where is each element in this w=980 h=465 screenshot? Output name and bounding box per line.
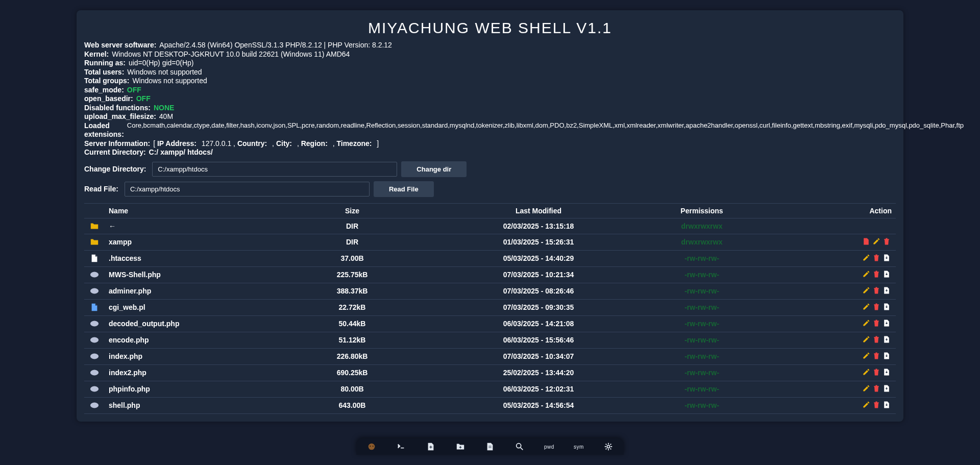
total-users-value: Windows not supported: [127, 68, 202, 77]
change-dir-label: Change Directory:: [84, 165, 146, 173]
file-name[interactable]: MWS-Shell.php: [105, 266, 263, 283]
rename-icon[interactable]: [862, 237, 871, 246]
delete-icon[interactable]: [872, 303, 881, 311]
total-groups-label: Total groups:: [84, 77, 129, 86]
delete-icon[interactable]: [872, 286, 881, 295]
file-name[interactable]: .htaccess: [105, 250, 263, 266]
table-row[interactable]: shell.php643.00B05/03/2025 - 14:56:54-rw…: [84, 397, 896, 413]
edit-icon[interactable]: [862, 303, 871, 311]
download-icon[interactable]: [883, 352, 892, 360]
file-name[interactable]: adminer.php: [105, 283, 263, 299]
edit-icon[interactable]: [872, 237, 881, 246]
total-users-label: Total users:: [84, 68, 124, 77]
file-perms: drwxrwxrwx: [635, 234, 768, 250]
file-name[interactable]: encode.php: [105, 332, 263, 348]
file-name[interactable]: index.php: [105, 348, 263, 364]
delete-icon[interactable]: [872, 352, 881, 360]
file-actions: [768, 315, 896, 332]
file-name[interactable]: cgi_web.pl: [105, 299, 263, 315]
table-row[interactable]: index2.php690.25kB25/02/2025 - 13:44:20-…: [84, 364, 896, 381]
file-name[interactable]: xampp: [105, 234, 263, 250]
delete-icon[interactable]: [872, 254, 881, 262]
loaded-ext-label: Loaded extensions:: [84, 121, 124, 139]
taskbar-monkey[interactable]: [366, 442, 377, 452]
file-perms: drwxrwxrwx: [635, 218, 768, 234]
read-file-input[interactable]: [125, 182, 370, 197]
file-size: 226.80kB: [263, 348, 442, 364]
header-name: Name: [105, 204, 263, 218]
taskbar-terminal[interactable]: [396, 442, 406, 452]
file-modified: 01/03/2025 - 15:26:31: [442, 234, 635, 250]
edit-icon[interactable]: [862, 319, 871, 327]
edit-icon[interactable]: [862, 368, 871, 376]
taskbar-gear[interactable]: [603, 442, 614, 452]
table-row[interactable]: ←DIR02/03/2025 - 13:15:18drwxrwxrwx: [84, 218, 896, 234]
server-info-block: Web server software:Apache/2.4.58 (Win64…: [84, 41, 896, 157]
php-icon: [90, 335, 99, 345]
download-icon[interactable]: [883, 270, 892, 278]
edit-icon[interactable]: [862, 401, 871, 409]
file-size: 50.44kB: [263, 315, 442, 332]
file-perms: -rw-rw-rw-: [635, 397, 768, 413]
download-icon[interactable]: [883, 319, 892, 327]
download-icon[interactable]: [883, 335, 892, 344]
download-icon[interactable]: [883, 254, 892, 262]
file-name[interactable]: index2.php: [105, 364, 263, 381]
delete-icon[interactable]: [872, 401, 881, 409]
read-file-label: Read File:: [84, 185, 118, 193]
download-icon[interactable]: [883, 303, 892, 311]
table-row[interactable]: phpinfo.php80.00B06/03/2025 - 12:02:31-r…: [84, 381, 896, 397]
table-row[interactable]: encode.php51.12kB06/03/2025 - 15:56:46-r…: [84, 332, 896, 348]
file-actions: [768, 250, 896, 266]
edit-icon[interactable]: [862, 352, 871, 360]
file-size: 80.00B: [263, 381, 442, 397]
edit-icon[interactable]: [862, 270, 871, 278]
taskbar-newfolder[interactable]: [455, 442, 465, 452]
taskbar-text[interactable]: sym: [574, 442, 584, 452]
taskbar-doc[interactable]: [485, 442, 495, 452]
file-size: 690.25kB: [263, 364, 442, 381]
edit-icon[interactable]: [862, 384, 871, 393]
delete-icon[interactable]: [872, 319, 881, 327]
current-dir-label: Current Directory:: [84, 148, 146, 157]
file-name[interactable]: shell.php: [105, 397, 263, 413]
file-name[interactable]: decoded_output.php: [105, 315, 263, 332]
current-dir-value[interactable]: C:/ xampp/ htdocs/: [149, 148, 213, 157]
taskbar-text[interactable]: pwd: [544, 442, 554, 452]
disabled-funcs-value: NONE: [154, 104, 174, 113]
read-file-button[interactable]: Read File: [374, 181, 434, 197]
edit-icon[interactable]: [862, 254, 871, 262]
delete-icon[interactable]: [872, 335, 881, 344]
taskbar-search[interactable]: [514, 442, 525, 452]
download-icon[interactable]: [883, 286, 892, 295]
table-row[interactable]: index.php226.80kB07/03/2025 - 10:34:07-r…: [84, 348, 896, 364]
delete-icon[interactable]: [883, 237, 892, 246]
edit-icon[interactable]: [862, 286, 871, 295]
table-row[interactable]: xamppDIR01/03/2025 - 15:26:31drwxrwxrwx: [84, 234, 896, 250]
table-row[interactable]: adminer.php388.37kB07/03/2025 - 08:26:46…: [84, 283, 896, 299]
file-name[interactable]: ←: [105, 218, 263, 234]
file-modified: 06/03/2025 - 14:21:08: [442, 315, 635, 332]
download-icon[interactable]: [883, 384, 892, 393]
delete-icon[interactable]: [872, 270, 881, 278]
delete-icon[interactable]: [872, 368, 881, 376]
file-actions: [768, 364, 896, 381]
table-row[interactable]: .htaccess37.00B05/03/2025 - 14:40:29-rw-…: [84, 250, 896, 266]
file-size: 51.12kB: [263, 332, 442, 348]
taskbar-newfile[interactable]: [426, 442, 436, 452]
table-row[interactable]: cgi_web.pl22.72kB07/03/2025 - 09:30:35-r…: [84, 299, 896, 315]
table-row[interactable]: decoded_output.php50.44kB06/03/2025 - 14…: [84, 315, 896, 332]
file-size: 225.75kB: [263, 266, 442, 283]
download-icon[interactable]: [883, 401, 892, 409]
change-dir-input[interactable]: [152, 162, 397, 177]
server-info-label: Server Information:: [84, 139, 150, 149]
file-perms: -rw-rw-rw-: [635, 315, 768, 332]
file-name[interactable]: phpinfo.php: [105, 381, 263, 397]
php-icon: [90, 352, 99, 361]
delete-icon[interactable]: [872, 384, 881, 393]
table-row[interactable]: MWS-Shell.php225.75kB07/03/2025 - 10:21:…: [84, 266, 896, 283]
change-dir-button[interactable]: Change dir: [401, 161, 467, 177]
file-table-wrap[interactable]: Name Size Last Modified Permissions Acti…: [84, 203, 896, 414]
download-icon[interactable]: [883, 368, 892, 376]
edit-icon[interactable]: [862, 335, 871, 344]
